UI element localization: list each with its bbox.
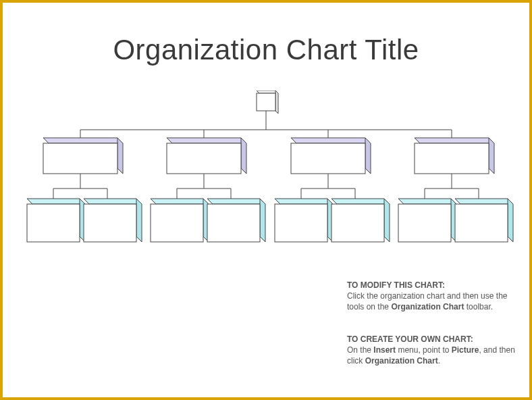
svg-marker-10 xyxy=(365,138,371,174)
svg-marker-1 xyxy=(275,91,278,114)
node-tier2-0[interactable] xyxy=(27,199,85,242)
node-tier1-3[interactable] xyxy=(415,138,494,174)
svg-marker-27 xyxy=(275,199,333,204)
node-tier2-7[interactable] xyxy=(455,199,513,242)
chart-title[interactable]: Organization Chart Title xyxy=(3,34,529,66)
instruction-create-b: Insert xyxy=(373,345,396,355)
svg-rect-38 xyxy=(455,204,508,242)
instruction-create-f: Organization Chart xyxy=(365,356,438,366)
node-tier1-0[interactable] xyxy=(43,138,123,174)
instruction-create-g: . xyxy=(438,356,440,366)
svg-marker-19 xyxy=(136,199,142,242)
svg-marker-18 xyxy=(84,199,142,204)
svg-rect-29 xyxy=(275,204,327,242)
node-tier2-1[interactable] xyxy=(84,199,142,242)
svg-rect-26 xyxy=(207,204,260,242)
org-chart[interactable] xyxy=(16,91,516,266)
svg-marker-6 xyxy=(167,138,246,143)
svg-marker-30 xyxy=(331,199,390,204)
svg-marker-4 xyxy=(117,138,123,174)
svg-marker-37 xyxy=(508,199,513,242)
svg-marker-31 xyxy=(384,199,390,242)
svg-rect-2 xyxy=(257,93,275,111)
svg-marker-24 xyxy=(207,199,265,204)
svg-marker-7 xyxy=(241,138,246,174)
instruction-create-d: Picture xyxy=(452,345,479,355)
node-tier2-5[interactable] xyxy=(331,199,390,242)
svg-rect-20 xyxy=(84,204,136,242)
svg-rect-32 xyxy=(331,204,384,242)
node-root[interactable] xyxy=(257,91,278,114)
node-tier2-4[interactable] xyxy=(275,199,333,242)
node-tier2-6[interactable] xyxy=(398,199,456,242)
node-tier1-1[interactable] xyxy=(167,138,246,174)
svg-marker-21 xyxy=(151,199,209,204)
svg-rect-23 xyxy=(151,204,203,242)
svg-rect-8 xyxy=(167,143,241,174)
instruction-modify-bold: Organization Chart xyxy=(391,302,464,311)
instruction-create-c: menu, point to xyxy=(396,345,452,355)
svg-marker-15 xyxy=(27,199,85,204)
svg-rect-17 xyxy=(27,204,80,242)
svg-marker-36 xyxy=(455,199,513,204)
svg-rect-14 xyxy=(415,143,489,174)
svg-marker-3 xyxy=(43,138,123,143)
svg-marker-0 xyxy=(257,91,278,93)
instruction-modify: TO MODIFY THIS CHART: Click the organiza… xyxy=(347,280,516,313)
svg-rect-11 xyxy=(291,143,365,174)
instruction-create: TO CREATE YOUR OWN CHART: On the Insert … xyxy=(347,334,516,367)
node-tier2-3[interactable] xyxy=(207,199,265,242)
svg-marker-25 xyxy=(260,199,265,242)
slide-frame: Organization Chart Title xyxy=(0,0,532,400)
svg-marker-12 xyxy=(415,138,494,143)
node-tier2-2[interactable] xyxy=(151,199,209,242)
svg-marker-9 xyxy=(291,138,371,143)
svg-rect-35 xyxy=(398,204,451,242)
instruction-modify-heading: TO MODIFY THIS CHART: xyxy=(347,280,445,290)
instruction-modify-text-c: toolbar. xyxy=(464,302,493,311)
svg-marker-33 xyxy=(398,199,456,204)
instruction-create-a: On the xyxy=(347,345,373,355)
svg-marker-13 xyxy=(489,138,494,174)
node-tier1-2[interactable] xyxy=(291,138,371,174)
instruction-create-heading: TO CREATE YOUR OWN CHART: xyxy=(347,334,473,344)
svg-rect-5 xyxy=(43,143,117,174)
